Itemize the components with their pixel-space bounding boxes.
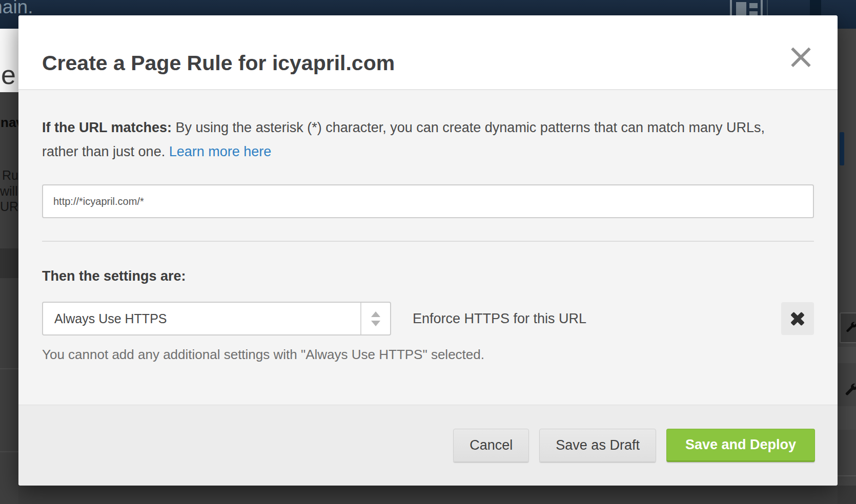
close-icon[interactable]: × — [786, 42, 815, 71]
settings-section: Then the settings are: Always Use HTTPS … — [18, 242, 838, 363]
setting-note: You cannot add any additional settings w… — [42, 347, 814, 363]
learn-more-link[interactable]: Learn more here — [169, 144, 272, 159]
dialog-body: If the URL matches: By using the asteris… — [18, 90, 838, 405]
background-row-divider — [838, 475, 856, 476]
cancel-button[interactable]: Cancel — [453, 429, 529, 462]
background-row-band — [838, 406, 856, 430]
create-page-rule-dialog: Create a Page Rule for icyapril.com × If… — [18, 15, 838, 486]
setting-row: Always Use HTTPS Enforce HTTPS for this … — [42, 302, 814, 335]
background-row-band — [838, 347, 856, 363]
chevron-down-icon — [371, 321, 380, 326]
background-blue-button-fragment — [840, 132, 844, 165]
setting-select-value: Always Use HTTPS — [43, 303, 360, 334]
wrench-icon — [840, 312, 856, 343]
background-row-divider — [0, 451, 18, 452]
background-text-fragment: e — [1, 59, 16, 90]
select-stepper-icon — [360, 303, 390, 334]
background-right-strip — [838, 29, 856, 504]
background-text-fragment: nav — [1, 115, 18, 131]
settings-heading: Then the settings are: — [42, 268, 814, 284]
wrench-icon — [844, 383, 856, 400]
remove-setting-button[interactable] — [781, 302, 814, 335]
header-partial-icon — [810, 0, 821, 17]
dialog-title: Create a Page Rule for icyapril.com — [42, 51, 395, 75]
background-row-divider — [0, 368, 18, 369]
url-match-label: If the URL matches: — [42, 120, 172, 135]
background-text-fragment: Ru — [2, 168, 18, 183]
dialog-header: Create a Page Rule for icyapril.com × — [18, 15, 838, 90]
url-match-section: If the URL matches: By using the asteris… — [18, 90, 838, 242]
background-text-fragment: UR — [0, 199, 18, 214]
setting-description: Enforce HTTPS for this URL — [413, 311, 586, 327]
dialog-footer: Cancel Save as Draft Save and Deploy — [18, 405, 838, 486]
background-bottom-band — [838, 486, 856, 504]
save-and-deploy-button[interactable]: Save and Deploy — [666, 429, 815, 462]
url-pattern-input[interactable] — [42, 184, 814, 218]
save-as-draft-button[interactable]: Save as Draft — [539, 429, 656, 462]
background-left-strip: e nav Ru will UR — [0, 29, 18, 504]
url-match-description: If the URL matches: By using the asteris… — [42, 116, 801, 164]
background-text-fragment: will — [0, 184, 18, 199]
background-table-header-band — [0, 248, 18, 278]
chevron-up-icon — [371, 311, 380, 317]
setting-select[interactable]: Always Use HTTPS — [42, 302, 391, 335]
